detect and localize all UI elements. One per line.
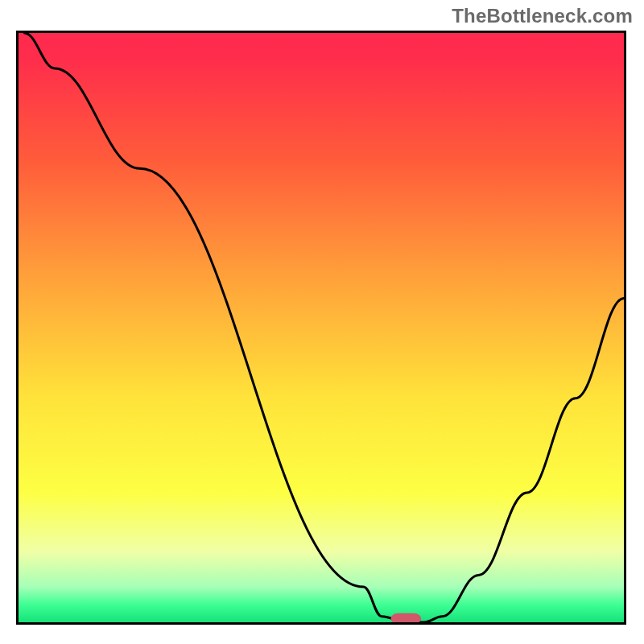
chart-svg [19,33,624,622]
plot-area [16,31,626,625]
optimal-marker [390,613,421,622]
chart-container: TheBottleneck.com [0,0,644,644]
gradient-background [19,33,624,622]
watermark-text: TheBottleneck.com [452,5,633,27]
